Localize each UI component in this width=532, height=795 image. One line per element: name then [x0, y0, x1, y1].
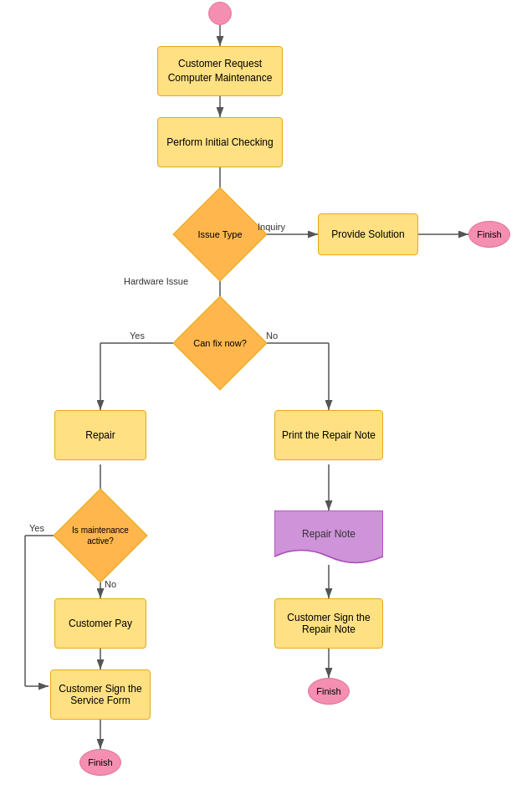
- is-maintenance-node: Is maintenance active?: [67, 502, 134, 569]
- perform-checking-node: Perform Initial Checking: [157, 117, 283, 167]
- can-fix-node: Can fix now?: [187, 310, 253, 377]
- no-down-label: No: [105, 579, 116, 589]
- is-maintenance-label: Is maintenance active?: [67, 525, 134, 546]
- no-right-label: No: [266, 331, 278, 341]
- customer-request-node: Customer Request Computer Maintenance: [157, 46, 283, 96]
- customer-sign-service-node: Customer Sign the Service Form: [50, 669, 151, 720]
- issue-type-label: Issue Type: [198, 228, 243, 240]
- repair-note-node: Repair Note: [274, 510, 383, 565]
- inquiry-label: Inquiry: [258, 222, 285, 232]
- repair-node: Repair: [54, 410, 146, 460]
- repair-label: Repair: [85, 429, 115, 441]
- finish-bottom-label: Finish: [88, 757, 112, 767]
- finish-right-node: Finish: [308, 678, 350, 705]
- flowchart: Customer Request Computer Maintenance Pe…: [0, 0, 532, 795]
- customer-sign-service-label: Customer Sign the Service Form: [51, 683, 150, 706]
- repair-note-shape: Repair Note: [274, 510, 383, 565]
- can-fix-label: Can fix now?: [193, 337, 247, 349]
- print-repair-node: Print the Repair Note: [274, 410, 383, 460]
- issue-type-node: Issue Type: [187, 201, 253, 268]
- perform-checking-label: Perform Initial Checking: [166, 136, 273, 148]
- yes-left-label: Yes: [130, 331, 145, 341]
- customer-pay-node: Customer Pay: [54, 598, 146, 649]
- print-repair-label: Print the Repair Note: [282, 429, 376, 441]
- finish-top-node: Finish: [468, 221, 510, 248]
- start-node: [208, 2, 232, 25]
- finish-top-label: Finish: [477, 229, 501, 239]
- svg-text:Repair Note: Repair Note: [302, 528, 356, 540]
- customer-sign-repair-node: Customer Sign the Repair Note: [274, 598, 383, 649]
- customer-pay-label: Customer Pay: [69, 618, 132, 629]
- customer-sign-repair-label: Customer Sign the Repair Note: [275, 612, 382, 635]
- finish-right-label: Finish: [316, 686, 340, 696]
- yes-loop-label: Yes: [29, 523, 44, 533]
- finish-bottom-node: Finish: [79, 749, 121, 776]
- customer-request-label: Customer Request Computer Maintenance: [158, 57, 282, 85]
- provide-solution-node: Provide Solution: [318, 213, 418, 255]
- provide-solution-label: Provide Solution: [331, 228, 404, 240]
- hardware-label: Hardware Issue: [124, 276, 188, 286]
